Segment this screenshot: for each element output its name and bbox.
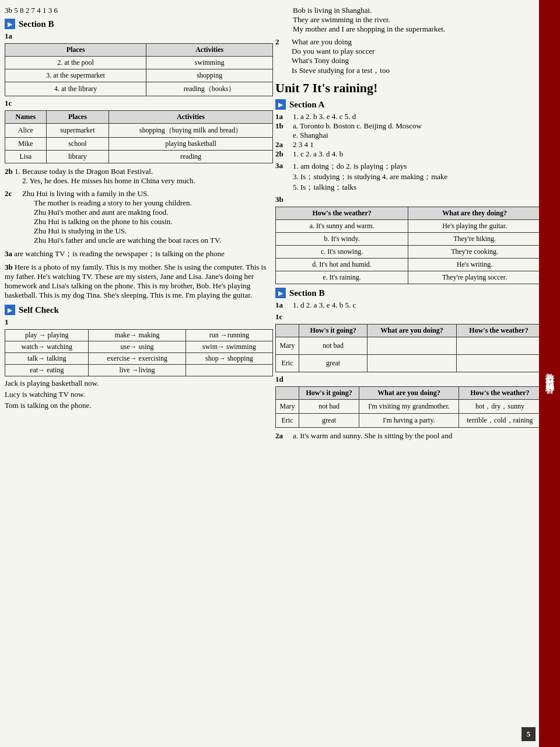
table-row: 4. at the library xyxy=(5,82,146,96)
table-row: swimming xyxy=(146,57,273,69)
table-row xyxy=(368,355,457,372)
item-3a-block: 3a are watching TV；is reading the newspa… xyxy=(5,249,273,259)
th-activities2: Activities xyxy=(109,111,273,124)
self-check-header: ▶ Self Check xyxy=(5,305,273,315)
unit-title: Unit 7 It's raining! xyxy=(275,81,541,96)
label-1c: 1c xyxy=(5,99,273,108)
self-check-icon: ▶ xyxy=(5,305,15,315)
table-row: school xyxy=(46,138,108,151)
item-3a-text: are watching TV；is reading the newspaper… xyxy=(14,249,224,258)
section-b2-icon: ▶ xyxy=(275,288,286,298)
th-names: Names xyxy=(5,111,47,124)
table-1c2: How's it going? What are you doing? How'… xyxy=(275,324,541,372)
table-row: not bad xyxy=(299,400,359,414)
r-item-3a-1: 1. am doing；do 2. is playing；plays xyxy=(293,161,447,172)
r-item-2a2-block: 2a a. It's warm and sunny. She is sittin… xyxy=(275,431,541,441)
list-item: Zhu Hui is talking on the phone to his c… xyxy=(34,217,273,226)
table-row: Lisa xyxy=(5,151,47,163)
table-row: use→ using xyxy=(89,341,186,353)
right-tab-text: 教材习题解答 xyxy=(544,366,555,381)
r-item-1c2-label: 1c xyxy=(275,312,541,322)
list-item: Zhu Hui is studying in the US. xyxy=(34,226,273,236)
list-item: Tom is talking on the phone. xyxy=(5,401,273,410)
section-b-header: ▶ Section B xyxy=(5,19,273,29)
self-check-title: Self Check xyxy=(19,305,59,315)
table-row: run →running xyxy=(186,330,272,341)
table-row xyxy=(186,365,272,376)
table-row xyxy=(456,337,541,355)
r-item-1b-answers: a. Toronto b. Boston c. Beijing d. Mosco… xyxy=(293,121,422,131)
r-item-1b-label: 1b xyxy=(275,121,289,131)
table-row: talk→ talking xyxy=(5,353,89,365)
table-row: library xyxy=(46,151,108,163)
table-row xyxy=(368,337,457,355)
r-item-1a-block: 1a 1. a 2. b 3. e 4. c 5. d xyxy=(275,112,541,121)
section-a-title: Section A xyxy=(289,100,324,110)
table-1d: How's it going? What are you doing? How'… xyxy=(275,386,541,428)
page-number: 5 xyxy=(522,727,536,741)
list-item: Zhu Hui's mother and aunt are making foo… xyxy=(34,208,273,217)
section-b2-header: ▶ Section B xyxy=(275,288,541,298)
table-row: Mary xyxy=(276,337,299,355)
table-row: playing basketball xyxy=(109,138,273,151)
table-row: great xyxy=(299,414,359,428)
r-item-1b-e: e. Shanghai xyxy=(293,131,541,140)
r-item-1b-block: 1b a. Toronto b. Boston c. Beijing d. Mo… xyxy=(275,121,541,131)
table-row: make→ making xyxy=(89,330,186,341)
table-row: reading xyxy=(109,151,273,163)
item-3b-label: 3b xyxy=(5,263,13,271)
th-doing: What are they doing? xyxy=(408,207,541,220)
top-sentences-block: Bob is living in Shanghai.They are swimm… xyxy=(275,6,541,34)
table-row: eat→ eating xyxy=(5,365,89,376)
r-item-2a-label: 2a xyxy=(275,140,289,149)
th-how-going2: How's it going? xyxy=(299,387,359,400)
page-wrapper: 3b 5 8 2 7 4 1 3 6 ▶ Section B 1a Places… xyxy=(0,0,560,747)
r-item-1a2-label: 1a xyxy=(275,301,289,310)
table-row xyxy=(456,355,541,372)
list-item: Zhu Hui's father and uncle are watching … xyxy=(34,236,273,245)
r-item-2a-answers: 2 3 4 1 xyxy=(293,140,314,149)
th-how-going: How's it going? xyxy=(299,324,368,337)
table-row: exercise→ exercising xyxy=(89,353,186,365)
table-1a: Places Activities 2. at the poolswimming… xyxy=(5,43,273,96)
r-item-1a-answers: 1. a 2. b 3. e 4. c 5. d xyxy=(293,112,356,121)
section-a-icon: ▶ xyxy=(275,99,286,110)
table-row: He's playing the guitar. xyxy=(408,220,541,233)
list-item: Lucy is watching TV now. xyxy=(5,390,273,399)
list-item: What are you doing xyxy=(292,37,390,47)
table-row: not bad xyxy=(299,337,368,355)
table-1c: Names Places Activities Alicesupermarket… xyxy=(5,110,273,163)
list-item: Jack is playing basketball now. xyxy=(5,379,273,388)
table-row: b. It's windy. xyxy=(276,233,408,246)
th-what-doing: What are you doing? xyxy=(368,324,457,337)
table-row: a. It's sunny and warm. xyxy=(276,220,408,233)
th-weather2: How's the weather? xyxy=(456,324,541,337)
table-row: Mary xyxy=(276,400,299,414)
list-item: Is Steve studying for a test，too xyxy=(292,65,390,76)
table-row: They're hiking. xyxy=(408,233,541,246)
r-item-3a-label: 3a xyxy=(275,161,289,193)
r-item-2b-block: 2b 1. c 2. a 3. d 4. b xyxy=(275,149,541,159)
table-row: Alice xyxy=(5,124,47,138)
table-row: watch→ watching xyxy=(5,341,89,353)
table-row: hot，dry，sunny xyxy=(459,400,541,414)
item-2-lines: What are you doingDo you want to play so… xyxy=(292,37,390,76)
item-2-block: 2 What are you doingDo you want to play … xyxy=(275,37,541,76)
r-item-3a-3: 5. Is；talking；talks xyxy=(293,182,447,193)
table-row: 3. at the supermarket xyxy=(5,69,146,82)
top-answers: 3b 5 8 2 7 4 1 3 6 xyxy=(5,6,273,15)
table-row: He's writing. xyxy=(408,259,541,271)
item-2c-lines: The mother is reading a story to her you… xyxy=(5,198,273,245)
main-content: 3b 5 8 2 7 4 1 3 6 ▶ Section B 1a Places… xyxy=(0,0,539,747)
left-column: 3b 5 8 2 7 4 1 3 6 ▶ Section B 1a Places… xyxy=(5,6,273,741)
section-b-icon: ▶ xyxy=(5,19,15,29)
r-item-1d-label: 1d xyxy=(275,375,541,384)
th-what-doing2: What are you doing? xyxy=(359,387,459,400)
list-item: Bob is living in Shanghai. xyxy=(293,6,541,15)
table-3b: How's the weather? What are they doing? … xyxy=(275,207,541,284)
right-tab: 教材习题解答 xyxy=(539,0,560,747)
item-3a-label: 3a xyxy=(5,249,12,258)
item-2b-1: 1. Because today is the Dragon Boat Fest… xyxy=(15,167,153,176)
table-row: terrible，cold，raining xyxy=(459,414,541,428)
table-row: swim→ swimming xyxy=(186,341,272,353)
